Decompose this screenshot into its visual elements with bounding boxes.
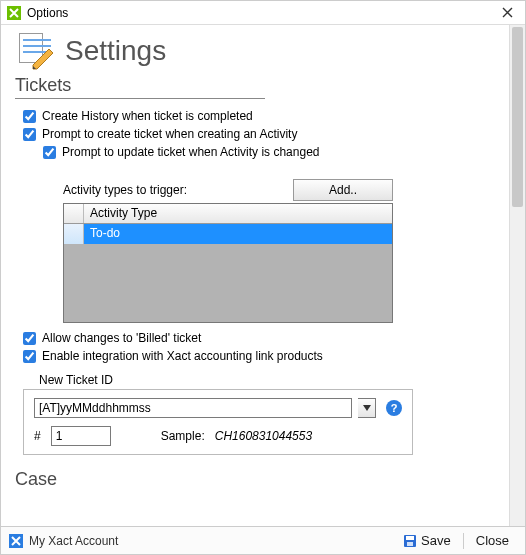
activity-grid[interactable]: Activity Type To-do — [63, 203, 393, 323]
scrollbar-thumb[interactable] — [512, 27, 523, 207]
close-footer-button[interactable]: Close — [468, 533, 517, 548]
scrollbar[interactable] — [509, 25, 525, 526]
activity-grid-cell: To-do — [84, 224, 392, 244]
ticket-id-format-dropdown[interactable] — [358, 398, 376, 418]
page-title: Settings — [65, 35, 166, 67]
save-button-label: Save — [421, 533, 451, 548]
chk-xact-integration-label: Enable integration with Xact accounting … — [42, 349, 323, 363]
svg-marker-0 — [33, 49, 53, 69]
chk-prompt-create-label: Prompt to create ticket when creating an… — [42, 127, 297, 141]
bottom-bar: My Xact Account Save Close — [1, 526, 525, 554]
sample-label: Sample: — [161, 429, 205, 443]
svg-rect-5 — [407, 542, 413, 546]
save-icon — [403, 534, 417, 548]
chk-create-history[interactable]: Create History when ticket is completed — [23, 109, 495, 123]
window-title: Options — [27, 6, 68, 20]
close-footer-label: Close — [476, 533, 509, 548]
activity-types-group: Activity types to trigger: Add.. Activit… — [63, 179, 393, 323]
titlebar: Options — [1, 1, 525, 25]
activity-caption: Activity types to trigger: — [63, 183, 187, 197]
content-pane: Settings Tickets Create History when tic… — [1, 25, 509, 526]
new-ticket-id-caption: New Ticket ID — [39, 373, 495, 387]
chk-xact-integration[interactable]: Enable integration with Xact accounting … — [23, 349, 495, 363]
ticket-id-counter-input[interactable] — [51, 426, 111, 446]
save-button[interactable]: Save — [395, 533, 459, 548]
chk-prompt-update-label: Prompt to update ticket when Activity is… — [62, 145, 319, 159]
activity-grid-row[interactable]: To-do — [64, 224, 392, 244]
new-ticket-id-group: New Ticket ID ? # Sample: CH160831044553 — [23, 373, 495, 455]
account-link[interactable]: My Xact Account — [29, 534, 118, 548]
close-button[interactable] — [495, 3, 519, 23]
chk-allow-billed-label: Allow changes to 'Billed' ticket — [42, 331, 201, 345]
chk-create-history-box[interactable] — [23, 110, 36, 123]
add-button[interactable]: Add.. — [293, 179, 393, 201]
activity-grid-col-type[interactable]: Activity Type — [84, 204, 392, 223]
chk-prompt-update-box[interactable] — [43, 146, 56, 159]
activity-grid-header: Activity Type — [64, 204, 392, 224]
ticket-id-format-input[interactable] — [34, 398, 352, 418]
chk-allow-billed[interactable]: Allow changes to 'Billed' ticket — [23, 331, 495, 345]
chk-prompt-create[interactable]: Prompt to create ticket when creating an… — [23, 127, 495, 141]
hash-label: # — [34, 429, 41, 443]
svg-marker-2 — [363, 405, 371, 411]
section-case-heading: Case — [15, 469, 495, 490]
page-header: Settings — [15, 31, 495, 71]
section-tickets-heading: Tickets — [15, 75, 265, 99]
xact-logo-icon — [9, 534, 23, 548]
chk-allow-billed-box[interactable] — [23, 332, 36, 345]
svg-rect-4 — [406, 536, 414, 540]
chk-prompt-create-box[interactable] — [23, 128, 36, 141]
app-icon — [7, 6, 21, 20]
separator — [463, 533, 464, 549]
help-icon[interactable]: ? — [386, 400, 402, 416]
settings-icon — [15, 31, 55, 71]
chevron-down-icon — [363, 405, 371, 411]
sample-value: CH160831044553 — [215, 429, 312, 443]
chk-xact-integration-box[interactable] — [23, 350, 36, 363]
chk-create-history-label: Create History when ticket is completed — [42, 109, 253, 123]
chk-prompt-update[interactable]: Prompt to update ticket when Activity is… — [43, 145, 495, 159]
